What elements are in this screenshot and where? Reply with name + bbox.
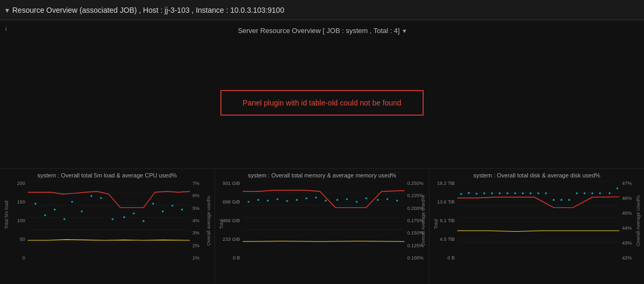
svg-point-42 [386,198,388,200]
svg-point-53 [483,192,486,194]
svg-point-35 [315,197,317,199]
svg-point-32 [286,200,288,202]
svg-point-28 [248,201,250,203]
charts-row: system : Overall total 5m load & average… [0,168,644,284]
chart-title-cpu: system : Overall total 5m load & average… [4,172,210,178]
chart-panel-cpu: system : Overall total 5m load & average… [0,169,215,284]
svg-point-17 [142,220,145,222]
svg-point-31 [276,198,279,200]
chart-area-disk: 18.2 TiB13.6 TiB9.1 TiB4.5 TiB0 B 47%46%… [434,181,640,271]
svg-point-69 [609,192,611,194]
svg-point-51 [468,192,470,194]
svg-point-43 [396,200,398,202]
svg-point-60 [537,192,539,194]
svg-point-70 [617,188,619,190]
svg-point-55 [499,192,501,194]
info-icon: i [5,26,6,32]
header-bar: ▾ Resource Overview (associated JOB) , H… [0,0,644,20]
right-axis-label-cpu: Overall average used% [206,181,211,261]
chart-title-disk: system : Overall total disk & average di… [434,172,640,178]
svg-point-7 [44,214,46,216]
chart-svg-memory [243,181,405,242]
svg-point-57 [514,192,516,194]
right-axis-label-disk: Overall Average Used% [635,181,641,261]
svg-point-38 [346,198,348,200]
svg-point-50 [460,193,463,195]
svg-point-54 [491,192,494,194]
svg-point-19 [162,210,164,213]
svg-point-62 [553,199,555,201]
collapse-chevron[interactable]: ▾ [5,6,9,14]
svg-point-59 [530,192,532,194]
svg-point-36 [324,200,327,202]
svg-point-29 [257,199,259,201]
svg-point-41 [377,199,379,201]
svg-point-11 [81,210,83,213]
right-axis-label-memory: Overall Average Used% [420,181,426,261]
chart-area-cpu: 200150100500 7%6%5%4%3%2%1% Overal [4,181,210,271]
left-axis-label-disk: Total [433,223,439,229]
panel-top-bar: Server Resource Overview [ JOB : system … [4,25,640,37]
svg-point-63 [561,199,563,201]
error-box: Panel plugin with id table-old could not… [220,90,424,116]
svg-point-9 [63,218,66,220]
left-axis-label-cpu: Total 5m load [4,223,9,229]
header-title: Resource Overview (associated JOB) , Hos… [12,6,284,14]
svg-point-58 [522,192,524,194]
svg-point-52 [476,193,478,195]
svg-point-13 [100,197,102,199]
svg-point-34 [305,197,307,199]
chart-svg-disk [457,181,619,242]
svg-point-30 [267,200,269,202]
svg-point-64 [568,199,570,201]
svg-point-15 [123,216,125,218]
svg-point-39 [355,201,357,203]
svg-point-20 [171,205,173,207]
main-panel: i Server Resource Overview [ JOB : syste… [0,20,644,168]
svg-point-40 [365,197,367,199]
svg-point-12 [90,195,92,197]
svg-point-21 [181,208,183,210]
chart-panel-disk: system : Overall total disk & average di… [430,169,644,284]
svg-point-8 [54,208,56,210]
svg-point-6 [35,203,37,205]
svg-point-67 [592,192,594,194]
svg-point-61 [545,192,547,194]
svg-point-16 [133,213,135,215]
chart-svg-cpu [28,181,190,242]
left-axis-label-memory: Total [219,223,224,229]
chart-area-memory: 931 GiB698 GiB466 GiB233 GiB0 B 0.250%0.… [219,181,425,271]
svg-point-65 [576,192,578,194]
svg-point-37 [336,199,338,201]
svg-point-68 [599,192,601,194]
panel-title: Server Resource Overview [ JOB : system … [238,27,400,35]
svg-point-18 [152,203,154,205]
chart-title-memory: system : Overall total memory & average … [219,172,425,178]
svg-point-14 [112,218,114,220]
svg-point-56 [507,192,509,194]
chart-panel-memory: system : Overall total memory & average … [215,169,430,284]
svg-point-33 [296,199,298,201]
svg-point-10 [71,201,73,203]
svg-point-66 [584,192,586,194]
panel-dropdown-icon[interactable]: ▾ [403,27,406,35]
